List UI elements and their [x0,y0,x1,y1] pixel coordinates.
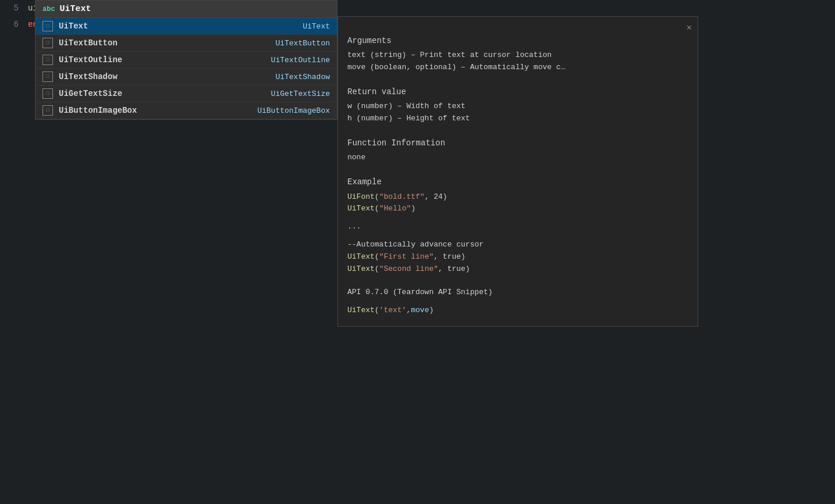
example-line4: UiText("First line", true) [347,251,688,263]
example-paren2: ( [375,204,379,213]
example-fn3: UiText [347,252,375,261]
ac-item-icon-uitextshadow: □ [42,72,53,82]
example-paren4: ( [375,264,379,273]
line-number-6: 6 [5,20,28,29]
section-example: Example [347,176,688,188]
example-str3: "First line" [379,252,434,261]
ac-item-name-uigettextsize: UiGetTextSize [59,89,271,98]
return-w: w (number) – Width of text [347,101,688,113]
sig-fn-name: UiText( [347,306,379,314]
example-line5: UiText("Second line", true) [347,263,688,276]
example-args4: , true) [438,264,470,273]
ac-item-name-uitextbutton: UiTextButton [59,38,275,48]
sig-param1: 'text' [379,306,407,314]
example-str2: "Hello" [379,204,411,213]
ac-item-icon-uibuttonimagebox: □ [42,105,53,116]
ac-item-uigettextsize[interactable]: □ UiGetTextSize UiGetTextSize [35,85,337,102]
example-line2: UiText("Hello") [347,203,688,215]
ac-item-name-uitextoutline: UiTextOutline [59,55,271,65]
argument-move: move (boolean, optional) – Automatically… [347,62,688,74]
ac-item-uitextoutline[interactable]: □ UiTextOutline UiTextOutline [35,52,337,69]
example-fn1: UiFont [347,192,375,201]
ac-item-icon-uigettextsize: □ [42,88,53,99]
ac-item-uitext[interactable]: □ UiText UiText [35,18,337,35]
autocomplete-header: abc UiText [35,1,337,18]
doc-panel: × Arguments text (string) – Print text a… [337,16,698,327]
close-button[interactable]: × [686,22,692,37]
example-comment: --Automatically advance cursor [347,239,688,251]
ac-item-uibuttonimagebox[interactable]: □ UiButtonImageBox UiButtonImageBox [35,102,337,119]
section-arguments: Arguments [347,34,688,47]
argument-text: text (string) – Print text at cursor loc… [347,49,688,62]
sig-suffix: ) [429,306,434,314]
api-info: API 0.7.0 (Teardown API Snippet) [347,287,688,299]
ac-item-name-uitextshadow: UiTextShadow [59,72,275,81]
example-args3: , true) [434,252,466,261]
ac-item-uitextshadow[interactable]: □ UiTextShadow UiTextShadow [35,69,337,85]
ac-item-name-uitext: UiText [59,22,303,31]
section-return: Return value [347,85,688,98]
example-fn2: UiText [347,204,375,213]
type-icon: abc [42,5,55,13]
ac-item-type-uitextbutton: UiTextButton [275,39,330,48]
ac-item-icon-uitextoutline: □ [42,55,53,65]
ac-item-name-uibuttonimagebox: UiButtonImageBox [59,106,257,115]
example-paren3: ( [375,252,379,261]
example-paren2-close: ) [411,204,415,213]
example-fn4: UiText [347,264,375,273]
example-str4: "Second line" [379,264,438,273]
line-number-5: 5 [5,3,28,13]
function-signature: UiText('text',move) [347,305,688,317]
example-paren1: ( [375,192,379,201]
ac-item-type-uibuttonimagebox: UiButtonImageBox [257,106,330,115]
autocomplete-dropdown: abc UiText □ UiText UiText □ UiTextButto… [35,0,337,120]
example-comma1: , 24) [425,192,447,201]
ac-item-icon-uitextbutton: □ [42,38,53,48]
sig-param2: move [411,306,429,314]
example-dots: ... [347,221,688,233]
example-line1: UiFont("bold.ttf", 24) [347,191,688,203]
ac-item-uitextbutton[interactable]: □ UiTextButton UiTextButton [35,35,337,52]
ac-item-type-uitextshadow: UiTextShadow [275,73,330,81]
ac-item-type-uigettextsize: UiGetTextSize [271,90,330,98]
section-function: Function Information [347,137,688,149]
ac-item-icon-uitext: □ [42,21,53,31]
return-h: h (number) – Height of text [347,113,688,125]
ac-header-label: UiText [60,4,91,14]
example-str1: "bold.ttf" [379,192,425,201]
function-info: none [347,152,688,164]
ac-item-type-uitextoutline: UiTextOutline [271,56,330,65]
ac-item-type-uitext: UiText [303,22,330,31]
